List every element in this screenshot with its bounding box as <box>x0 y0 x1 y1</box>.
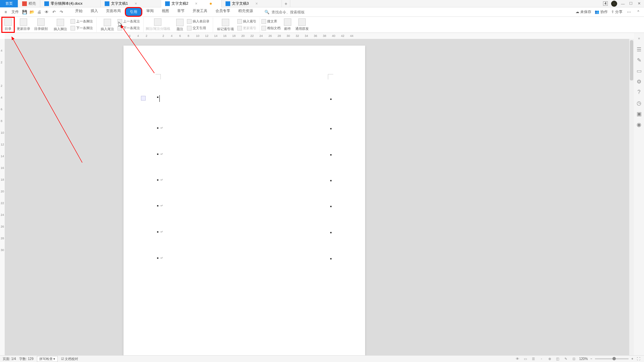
update-toc-button[interactable]: 更新目录 <box>15 18 32 32</box>
menu-tab-member[interactable]: 会员专享 <box>211 7 234 17</box>
sidebar-toolbox-icon[interactable]: ▫ <box>636 36 642 42</box>
sidebar-image-icon[interactable]: ▣ <box>636 111 642 117</box>
close-icon[interactable]: × <box>135 1 137 6</box>
menu-tab-review[interactable]: 审阅 <box>142 7 158 17</box>
view-edit-icon[interactable]: ✎ <box>563 356 568 362</box>
menu-tab-start[interactable]: 开始 <box>71 7 87 17</box>
status-right: 👁 ▭ ☰ ▫ ⊕ ◫ ✎ ⊡ 120% − + ⛶ <box>515 356 641 362</box>
open-icon[interactable]: 📂 <box>29 9 35 15</box>
unsaved-status[interactable]: ☁ 未保存 <box>576 9 591 14</box>
proofread-button[interactable]: ☑ 文档校对 <box>61 357 79 361</box>
preview-icon[interactable]: 👁 <box>44 9 50 15</box>
search-docs-button[interactable]: 搜文库 <box>260 19 282 24</box>
fn-en-separator-button[interactable]: 脚注/尾注分隔线 <box>144 18 172 32</box>
similar-docs-button[interactable]: 相似文档 <box>260 25 282 31</box>
sidebar-location-icon[interactable]: ◉ <box>636 121 642 127</box>
view-read-icon[interactable]: ▫ <box>539 356 544 362</box>
word-count[interactable]: 字数: 129 <box>19 357 33 361</box>
avatar[interactable] <box>611 1 617 7</box>
update-index-button[interactable]: 更新索引 <box>236 25 258 31</box>
file-menu[interactable]: 文件 <box>10 9 20 14</box>
editor-area[interactable]: ↵ ↵ ↵ ↵ ↵ ↵ <box>5 39 634 355</box>
menu-tab-section[interactable]: 章节 <box>173 7 189 17</box>
insert-endnote-button[interactable]: 插入尾注 <box>99 18 116 32</box>
minimize-button[interactable]: — <box>621 1 625 6</box>
menu-tab-pagelayout[interactable]: 页面布局 <box>102 7 125 17</box>
ruler-tick: 30 <box>1 248 4 252</box>
search-docs-icon <box>261 19 266 24</box>
ruler-vertical[interactable]: 4 2 2 4 6 8 10 12 14 16 18 20 22 24 26 2… <box>0 39 5 355</box>
view-page-icon[interactable]: ▭ <box>523 356 528 362</box>
sidebar-styles-icon[interactable]: ☰ <box>636 46 642 52</box>
fullscreen-icon[interactable]: ⛶ <box>636 356 641 362</box>
view-outline-icon[interactable]: ☰ <box>531 356 536 362</box>
ruler-horizontal[interactable]: 6 4 2 2 4 6 8 10 12 14 16 18 20 22 24 26… <box>5 33 644 39</box>
next-footnote-button[interactable]: 下一条脚注 <box>69 25 94 31</box>
mark-entry-button[interactable]: 标记索引项 <box>215 18 236 32</box>
menu-tab-view[interactable]: 视图 <box>158 7 173 17</box>
new-tab-button[interactable]: + <box>282 0 290 7</box>
zoom-slider[interactable] <box>595 358 629 359</box>
close-window-button[interactable]: ✕ <box>637 1 641 6</box>
bullet-icon <box>157 231 158 233</box>
save-icon[interactable]: 💾 <box>21 9 28 15</box>
fit-icon[interactable]: ⊡ <box>571 356 577 362</box>
tab-doc2[interactable]: 文字文稿1× <box>101 0 161 7</box>
sidebar-help-icon[interactable]: ? <box>636 89 642 95</box>
insert-index-button[interactable]: 插入索引 <box>236 19 258 24</box>
sidebar-settings-icon[interactable]: ⚙ <box>636 78 642 84</box>
collab-button[interactable]: 👥 协作 <box>595 9 608 14</box>
zoom-out-button[interactable]: − <box>590 357 592 361</box>
close-icon[interactable]: × <box>195 1 197 6</box>
tab-doc3[interactable]: 文字文稿2× <box>161 0 221 7</box>
print-icon[interactable]: 🖨 <box>36 9 42 15</box>
insert-fig-toc-button[interactable]: 插入表目录 <box>186 19 211 24</box>
toc-level-button[interactable]: 目录级别 <box>32 18 50 32</box>
view-layout-icon[interactable]: ◫ <box>555 356 560 362</box>
maximize-button[interactable]: ☐ <box>629 1 633 6</box>
eye-icon[interactable]: 👁 <box>515 356 520 362</box>
menu-tab-devtools[interactable]: 开发工具 <box>189 7 211 17</box>
notification-badge[interactable]: 4 <box>603 1 608 6</box>
sidebar-pen-icon[interactable]: ✎ <box>636 57 642 63</box>
document-page[interactable]: ↵ ↵ ↵ ↵ ↵ ↵ <box>123 46 365 355</box>
close-icon[interactable]: × <box>255 1 258 6</box>
zoom-handle[interactable] <box>612 357 616 360</box>
tab-doc1[interactable]: 零分猫脚本(4).docx <box>40 0 101 7</box>
caption-button[interactable]: 题注 <box>174 18 186 32</box>
collapse-ribbon-icon[interactable]: ⌃ <box>635 9 641 15</box>
undo-icon[interactable]: ↶ <box>51 9 57 15</box>
search-icon[interactable]: 🔍 <box>264 9 270 15</box>
toc-button[interactable]: 目录 <box>1 17 15 33</box>
spellcheck-button[interactable]: 拼写检查 ▾ <box>37 356 58 362</box>
menu-tab-resources[interactable]: 稻壳资源 <box>234 7 257 17</box>
view-web-icon[interactable]: ⊕ <box>547 356 552 362</box>
insert-footnote-button[interactable]: 插入脚注 <box>52 18 69 32</box>
menu-tab-insert[interactable]: 插入 <box>87 7 102 17</box>
more-icon[interactable]: ⋯ <box>626 9 632 15</box>
search-input[interactable] <box>271 10 312 14</box>
page-tag-icon[interactable] <box>141 96 146 101</box>
tab-dk-label: 稻壳 <box>29 1 36 6</box>
prev-endnote-button[interactable]: 上一条尾注 <box>116 19 141 24</box>
menu-tab-references[interactable]: 引用 <box>125 7 142 17</box>
mail-button[interactable]: 邮件 <box>282 18 293 32</box>
redo-icon[interactable]: ↷ <box>58 9 64 15</box>
tab-dk[interactable]: 稻壳 <box>18 0 40 7</box>
bullet-icon <box>330 232 332 233</box>
tab-doc4[interactable]: 文字文稿3× <box>221 0 282 7</box>
next-endnote-button[interactable]: 下一条尾注 <box>116 25 141 31</box>
scroll-thumb[interactable] <box>630 40 633 80</box>
sidebar-select-icon[interactable]: ▭ <box>636 68 642 74</box>
zoom-in-button[interactable]: + <box>631 357 633 361</box>
page-indicator[interactable]: 页面: 1/4 <box>3 357 16 361</box>
share-button[interactable]: ⇪ 分享 <box>611 9 623 14</box>
hamburger-icon[interactable]: ≡ <box>3 9 9 15</box>
cross-ref-button[interactable]: 交叉引用 <box>186 25 211 31</box>
zoom-value[interactable]: 120% <box>579 357 588 361</box>
scrollbar-vertical[interactable] <box>629 39 634 355</box>
sidebar-clock-icon[interactable]: ◷ <box>636 100 642 106</box>
mass-send-button[interactable]: 通用群发 <box>293 18 311 32</box>
tab-home[interactable]: 首页 <box>0 0 18 7</box>
prev-footnote-button[interactable]: 上一条脚注 <box>69 19 94 24</box>
